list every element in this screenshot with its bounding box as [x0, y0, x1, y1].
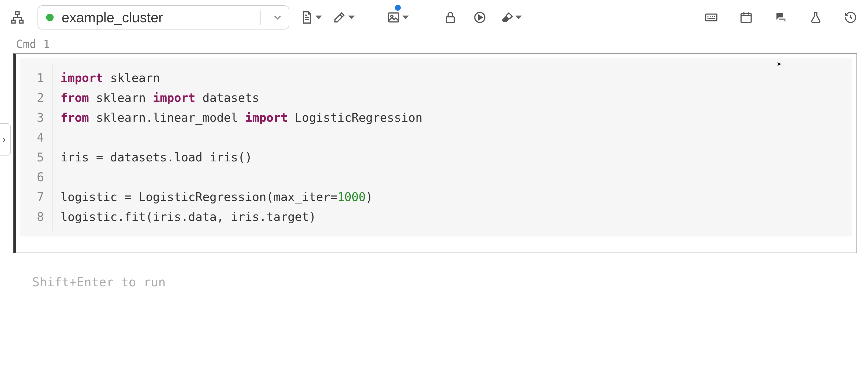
caret-down-icon [316, 16, 322, 19]
comments-icon [774, 11, 787, 24]
experiment-button[interactable] [806, 8, 825, 27]
code-cell[interactable]: ✕ 12345678 import sklearnfrom sklearn im… [13, 53, 857, 254]
svg-rect-8 [741, 13, 751, 22]
notebook-toolbar: example_cluster [0, 0, 868, 35]
svg-rect-2 [20, 20, 23, 23]
schedule-icon [739, 11, 753, 24]
run-all-button[interactable] [470, 8, 489, 27]
cluster-name: example_cluster [62, 9, 250, 26]
run-hint: Shift+Enter to run [11, 254, 857, 289]
lock-icon [444, 11, 457, 24]
comments-button[interactable] [772, 8, 790, 27]
file-menu-button[interactable] [300, 8, 322, 27]
svg-rect-7 [706, 14, 717, 21]
play-circle-icon [473, 11, 487, 24]
keyboard-icon [705, 11, 718, 24]
notification-dot [395, 5, 401, 11]
history-icon [844, 11, 857, 24]
svg-rect-0 [16, 12, 19, 14]
permissions-button[interactable] [441, 8, 460, 27]
cluster-selector[interactable]: example_cluster [37, 5, 289, 29]
caret-down-icon [402, 16, 409, 19]
cluster-status-dot [46, 14, 54, 21]
image-icon [387, 11, 400, 24]
code-editor[interactable]: 12345678 import sklearnfrom sklearn impo… [20, 58, 852, 236]
caret-down-icon [348, 16, 355, 19]
chevron-down-icon[interactable] [272, 11, 283, 23]
svg-rect-5 [446, 17, 454, 23]
eraser-icon [500, 11, 513, 24]
svg-rect-3 [389, 13, 399, 22]
clear-menu-button[interactable] [500, 8, 522, 27]
notebook-cells-area: Cmd 1 ✕ 12345678 import sklearnfrom skle… [0, 35, 868, 289]
cell-label: Cmd 1 [11, 35, 857, 53]
keyboard-shortcuts-button[interactable] [702, 8, 721, 27]
edit-menu-button[interactable] [333, 8, 355, 27]
experiment-icon [809, 11, 823, 24]
hierarchy-icon[interactable] [8, 8, 27, 27]
line-number-gutter: 12345678 [20, 64, 53, 231]
schedule-button[interactable] [737, 8, 755, 27]
code-content[interactable]: import sklearnfrom sklearn import datase… [53, 64, 431, 231]
svg-rect-1 [12, 20, 15, 23]
history-button[interactable] [841, 8, 860, 27]
image-menu-button[interactable] [387, 8, 409, 27]
sidebar-expand-handle[interactable]: › [0, 123, 11, 155]
caret-down-icon [516, 16, 522, 19]
edit-icon [333, 11, 346, 24]
document-icon [300, 11, 313, 24]
